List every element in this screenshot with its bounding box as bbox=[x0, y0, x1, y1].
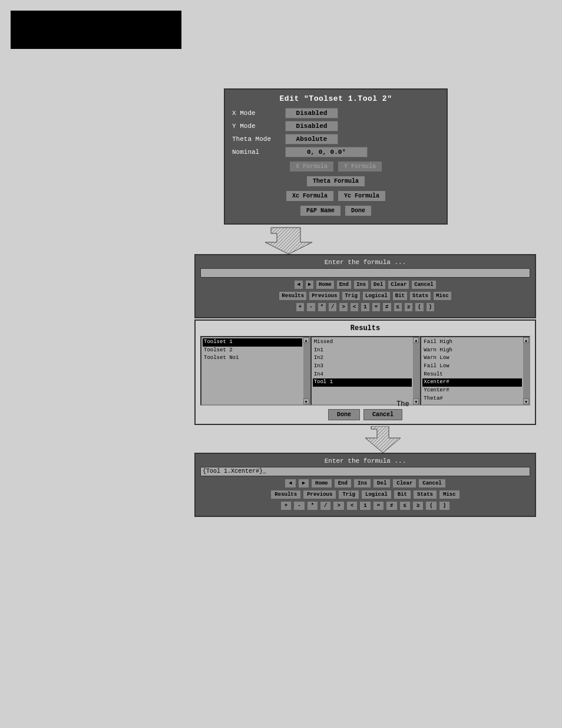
rparen-btn2[interactable]: ) bbox=[439, 501, 450, 510]
del-btn2[interactable]: Del bbox=[373, 479, 391, 488]
left-btn2[interactable]: ◄ bbox=[285, 479, 296, 488]
mult-btn[interactable]: * bbox=[318, 302, 326, 312]
y-mode-value: Disabled bbox=[285, 121, 338, 131]
trig-btn[interactable]: Trig bbox=[342, 291, 361, 301]
list-item[interactable]: Missed bbox=[313, 338, 412, 347]
lt-btn[interactable]: < bbox=[350, 302, 359, 312]
ins-btn[interactable]: Ins bbox=[353, 280, 369, 289]
results-btn[interactable]: Results bbox=[279, 291, 307, 301]
lparen-btn2[interactable]: ( bbox=[425, 501, 437, 510]
plus-btn2[interactable]: + bbox=[280, 501, 292, 510]
plus-btn[interactable]: + bbox=[296, 302, 305, 312]
gt-btn[interactable]: > bbox=[339, 302, 348, 312]
list-item[interactable]: In2 bbox=[313, 354, 412, 363]
list-item[interactable]: In3 bbox=[313, 363, 412, 371]
list-item[interactable]: Fail High bbox=[422, 338, 522, 347]
scroll-down-icon[interactable]: ▼ bbox=[413, 398, 419, 404]
yc-formula-button[interactable]: Yc Formula bbox=[338, 190, 386, 202]
le-btn[interactable]: ≤ bbox=[394, 302, 402, 312]
results-btn2[interactable]: Results bbox=[270, 490, 301, 499]
done-results-button[interactable]: Done bbox=[328, 409, 360, 420]
list-item[interactable]: In1 bbox=[313, 347, 412, 355]
list-item[interactable]: Theta# bbox=[422, 395, 522, 403]
toolsets-list[interactable]: Toolset 1 Toolset 2 Toolset No1 ▲ ▼ bbox=[200, 336, 310, 406]
pp-name-button[interactable]: P&P Name bbox=[300, 205, 341, 216]
del-btn[interactable]: Del bbox=[371, 280, 386, 289]
list-item[interactable]: Toolset 1 bbox=[203, 338, 302, 347]
misc-btn[interactable]: Misc bbox=[433, 291, 452, 301]
stats-btn[interactable]: Stats bbox=[409, 291, 431, 301]
right-btn2[interactable]: ► bbox=[298, 479, 309, 488]
ins-btn2[interactable]: Ins bbox=[353, 479, 371, 488]
formula2-btn-row-3: + - * / > < 1 = ≠ ≤ ≥ ( ) bbox=[200, 501, 530, 510]
minus-btn2[interactable]: - bbox=[293, 501, 305, 510]
previous-btn[interactable]: Previous bbox=[309, 291, 340, 301]
scroll-up-icon[interactable]: ▲ bbox=[303, 337, 309, 343]
le-btn2[interactable]: ≤ bbox=[399, 501, 411, 510]
cancel-results-button[interactable]: Cancel bbox=[363, 409, 402, 420]
y-mode-row: Y Mode Disabled bbox=[232, 121, 439, 131]
formula-input-2[interactable]: {Tool 1.Xcenter#}_ bbox=[200, 467, 530, 476]
xc-formula-button[interactable]: Xc Formula bbox=[286, 190, 334, 202]
list-item[interactable]: Ycenter# bbox=[422, 387, 522, 395]
ne-btn[interactable]: ≠ bbox=[382, 302, 391, 312]
list-item[interactable]: Fail Low bbox=[422, 363, 522, 371]
clear-btn2[interactable]: Clear bbox=[392, 479, 416, 488]
eq-btn2[interactable]: = bbox=[373, 501, 384, 510]
nominal-label: Nominal bbox=[232, 149, 285, 156]
list-item[interactable]: Warn High bbox=[422, 347, 522, 355]
left-btn[interactable]: ◄ bbox=[294, 280, 303, 289]
div-btn2[interactable]: / bbox=[320, 501, 331, 510]
scroll-up-icon[interactable]: ▲ bbox=[413, 337, 419, 343]
home-btn2[interactable]: Home bbox=[311, 479, 332, 488]
theta-formula-button[interactable]: Theta Formula bbox=[306, 176, 365, 187]
done-button-edit[interactable]: Done bbox=[345, 205, 372, 216]
ge-btn[interactable]: ≥ bbox=[404, 302, 413, 312]
scroll-up-icon[interactable]: ▲ bbox=[523, 337, 529, 343]
home-btn[interactable]: Home bbox=[316, 280, 335, 289]
previous-btn2[interactable]: Previous bbox=[303, 490, 336, 499]
bit-btn2[interactable]: Bit bbox=[394, 490, 411, 499]
scroll-down-icon[interactable]: ▼ bbox=[303, 398, 309, 404]
right-btn[interactable]: ► bbox=[305, 280, 314, 289]
details-list[interactable]: Fail High Warn High Warn Low Fail Low Re… bbox=[420, 336, 530, 406]
gt-btn2[interactable]: > bbox=[333, 501, 344, 510]
bit-btn[interactable]: Bit bbox=[392, 291, 408, 301]
list-item[interactable]: Result bbox=[422, 371, 522, 379]
lt-btn2[interactable]: < bbox=[346, 501, 358, 510]
end-btn2[interactable]: End bbox=[334, 479, 352, 488]
list-item[interactable]: In4 bbox=[313, 371, 412, 379]
one-btn[interactable]: 1 bbox=[361, 302, 369, 312]
y-formula-button[interactable]: Y Formula bbox=[338, 161, 382, 172]
logical-btn[interactable]: Logical bbox=[362, 291, 391, 301]
misc-btn2[interactable]: Misc bbox=[439, 490, 460, 499]
div-btn[interactable]: / bbox=[328, 302, 337, 312]
cancel-btn2[interactable]: Cancel bbox=[418, 479, 445, 488]
minus-btn[interactable]: - bbox=[306, 302, 315, 312]
list-item[interactable]: Toolset 2 bbox=[203, 347, 302, 355]
formula-input-1[interactable] bbox=[200, 268, 530, 278]
theta-mode-label: Theta Mode bbox=[232, 136, 285, 143]
trig-btn2[interactable]: Trig bbox=[338, 490, 359, 499]
lparen-btn[interactable]: ( bbox=[415, 302, 424, 312]
cancel-btn[interactable]: Cancel bbox=[411, 280, 436, 289]
stats-btn2[interactable]: Stats bbox=[413, 490, 437, 499]
x-formula-button[interactable]: X Formula bbox=[289, 161, 334, 172]
eq-btn[interactable]: = bbox=[372, 302, 381, 312]
mult-btn2[interactable]: * bbox=[307, 501, 318, 510]
ge-btn2[interactable]: ≥ bbox=[412, 501, 424, 510]
ne-btn2[interactable]: ≠ bbox=[386, 501, 397, 510]
results-list[interactable]: Missed In1 In2 In3 In4 Tool 1 ▲ ▼ bbox=[310, 336, 421, 406]
end-btn[interactable]: End bbox=[336, 280, 352, 289]
list-item[interactable]: Xcenter# bbox=[422, 378, 522, 387]
one-btn2[interactable]: 1 bbox=[359, 501, 371, 510]
list-item[interactable]: Tool 1 bbox=[313, 378, 412, 387]
list-item[interactable]: Warn Low bbox=[422, 354, 522, 363]
formula-panel-2: Enter the formula ... {Tool 1.Xcenter#}_… bbox=[194, 453, 536, 517]
results-btn-row: Done Cancel bbox=[200, 409, 530, 420]
logical-btn2[interactable]: Logical bbox=[361, 490, 392, 499]
list-item[interactable]: Toolset No1 bbox=[203, 354, 302, 363]
rparen-btn[interactable]: ) bbox=[426, 302, 435, 312]
clear-btn[interactable]: Clear bbox=[388, 280, 409, 289]
scroll-down-icon[interactable]: ▼ bbox=[523, 398, 529, 404]
